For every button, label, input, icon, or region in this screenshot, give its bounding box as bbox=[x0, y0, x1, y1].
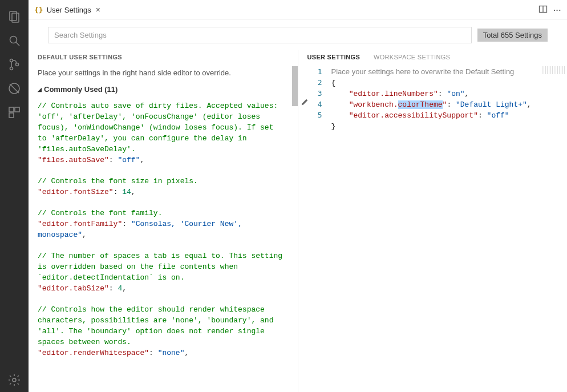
total-settings-badge: Total 655 Settings bbox=[477, 29, 548, 42]
search-row: Total 655 Settings bbox=[29, 20, 567, 50]
settings-gear-icon[interactable] bbox=[0, 368, 29, 392]
chevron-down-icon: ◢ bbox=[38, 87, 42, 92]
scrollbar-thumb[interactable] bbox=[292, 66, 298, 106]
close-icon[interactable]: × bbox=[95, 5, 102, 14]
default-settings-scroll[interactable]: Place your settings in the right hand si… bbox=[29, 64, 298, 392]
settings-editor[interactable]: 12345 Place your settings here to overwr… bbox=[298, 64, 568, 392]
svg-rect-10 bbox=[15, 107, 19, 112]
override-hint: Place your settings in the right hand si… bbox=[38, 68, 285, 77]
line-number: 1 bbox=[311, 66, 322, 77]
tab-workspace-settings-scope[interactable]: WORKSPACE SETTINGS bbox=[374, 54, 450, 60]
line-number-gutter: 12345 bbox=[311, 64, 327, 392]
section-commonly-used[interactable]: ◢ Commonly Used (11) bbox=[38, 85, 285, 94]
split-editor-icon[interactable] bbox=[538, 5, 548, 15]
tab-user-settings[interactable]: {} User Settings × bbox=[29, 0, 107, 19]
explorer-icon[interactable] bbox=[0, 5, 29, 29]
svg-rect-11 bbox=[9, 113, 14, 118]
svg-line-3 bbox=[16, 42, 19, 46]
setting-entry[interactable]: // Controls auto save of dirty files. Ac… bbox=[38, 100, 285, 165]
tab-bar: {} User Settings × ··· bbox=[29, 0, 567, 20]
user-settings-pane: USER SETTINGS WORKSPACE SETTINGS 12345 P… bbox=[298, 50, 568, 392]
debug-icon[interactable] bbox=[0, 76, 29, 100]
line-number: 4 bbox=[311, 99, 322, 110]
section-title: Commonly Used (11) bbox=[44, 85, 118, 94]
source-control-icon[interactable] bbox=[0, 52, 29, 76]
extensions-icon[interactable] bbox=[0, 100, 29, 124]
svg-line-8 bbox=[10, 84, 19, 93]
default-settings-heading: DEFAULT USER SETTINGS bbox=[29, 50, 298, 64]
svg-point-6 bbox=[16, 63, 19, 66]
svg-point-4 bbox=[10, 59, 13, 62]
editor-hint: Place your settings here to overwrite th… bbox=[331, 67, 515, 76]
minimap[interactable] bbox=[542, 66, 565, 74]
search-icon[interactable] bbox=[0, 29, 29, 52]
svg-point-2 bbox=[10, 37, 17, 43]
activity-bar bbox=[0, 0, 29, 392]
svg-point-5 bbox=[10, 67, 13, 70]
setting-entry[interactable]: // Controls the font size in pixels."edi… bbox=[38, 176, 285, 197]
default-settings-pane: DEFAULT USER SETTINGS Place your setting… bbox=[29, 50, 298, 392]
braces-icon: {} bbox=[34, 6, 43, 14]
setting-entry[interactable]: // The number of spaces a tab is equal t… bbox=[38, 250, 285, 294]
search-input[interactable] bbox=[48, 27, 472, 43]
settings-scope-tabs: USER SETTINGS WORKSPACE SETTINGS bbox=[298, 50, 568, 64]
setting-entry[interactable]: // Controls how the editor should render… bbox=[38, 304, 285, 358]
line-number: 3 bbox=[311, 88, 322, 99]
more-icon[interactable]: ··· bbox=[553, 6, 561, 14]
line-number: 5 bbox=[311, 110, 322, 120]
svg-point-12 bbox=[13, 378, 16, 382]
main-area: {} User Settings × ··· Total 655 Setting… bbox=[29, 0, 567, 392]
tab-title: User Settings bbox=[47, 6, 91, 14]
settings-json-content[interactable]: Place your settings here to overwrite th… bbox=[327, 64, 568, 392]
tab-user-settings-scope[interactable]: USER SETTINGS bbox=[307, 54, 361, 60]
setting-entry[interactable]: // Controls the font family."editor.font… bbox=[38, 208, 285, 240]
line-number: 2 bbox=[311, 77, 322, 88]
edit-pencil-icon[interactable] bbox=[298, 98, 311, 108]
svg-rect-9 bbox=[9, 107, 14, 112]
